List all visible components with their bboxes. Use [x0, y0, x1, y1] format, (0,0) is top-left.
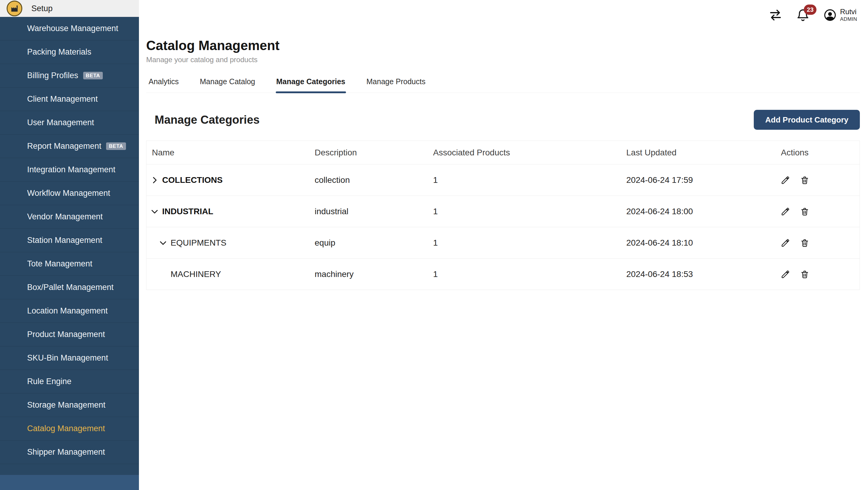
sidebar-item-packing-materials[interactable]: Packing Materials — [0, 40, 139, 64]
column-header-description: Description — [309, 148, 428, 157]
table-row-machinery: MACHINERYmachinery12024-06-24 18:53 — [147, 258, 860, 290]
add-product-category-button[interactable]: Add Product Category — [754, 110, 860, 130]
sidebar-item-vendor-management[interactable]: Vendor Management — [0, 205, 139, 229]
tab-manage-categories[interactable]: Manage Categories — [276, 73, 346, 93]
column-header-associated-products: Associated Products — [428, 148, 621, 157]
sidebar: Setup Warehouse ManagementPacking Materi… — [0, 0, 139, 490]
delete-icon[interactable] — [800, 176, 809, 185]
sidebar-item-location-management[interactable]: Location Management — [0, 299, 139, 323]
category-name-cell: EQUIPMENTS — [147, 238, 309, 248]
user-role: ADMIN — [840, 16, 857, 22]
notification-count-badge: 23 — [804, 4, 816, 15]
sidebar-item-label: Client Management — [27, 94, 98, 104]
sidebar-item-label: Product Management — [27, 330, 105, 339]
delete-icon[interactable] — [800, 207, 809, 216]
actions-cell — [775, 270, 860, 279]
actions-cell — [775, 238, 860, 248]
sidebar-item-station-management[interactable]: Station Management — [0, 229, 139, 252]
associated-products-count: 1 — [428, 238, 621, 248]
category-name: INDUSTRIAL — [162, 207, 213, 217]
sidebar-item-user-management[interactable]: User Management — [0, 111, 139, 135]
table-row-equipments: EQUIPMENTSequip12024-06-24 18:10 — [147, 227, 860, 258]
last-updated: 2024-06-24 17:59 — [621, 175, 775, 185]
sidebar-item-billing-profiles[interactable]: Billing ProfilesBETA — [0, 64, 139, 87]
tabs: AnalyticsManage CatalogManage Categories… — [146, 73, 860, 93]
tab-analytics[interactable]: Analytics — [148, 73, 179, 93]
edit-icon[interactable] — [781, 207, 790, 216]
chevron-right-icon[interactable] — [150, 176, 159, 185]
sidebar-item-catalog-management[interactable]: Catalog Management — [0, 417, 139, 440]
category-name: COLLECTIONS — [162, 175, 223, 185]
sidebar-item-integration-management[interactable]: Integration Management — [0, 158, 139, 182]
delete-icon[interactable] — [800, 238, 809, 248]
last-updated: 2024-06-24 18:53 — [621, 269, 775, 279]
edit-icon[interactable] — [781, 176, 790, 185]
table-body: COLLECTIONScollection12024-06-24 17:59IN… — [147, 164, 860, 290]
sidebar-item-label: SKU-Bin Management — [27, 353, 108, 363]
delete-icon[interactable] — [800, 270, 809, 279]
tab-manage-products[interactable]: Manage Products — [366, 73, 426, 93]
categories-table: NameDescriptionAssociated ProductsLast U… — [146, 141, 860, 290]
associated-products-count: 1 — [428, 207, 621, 217]
actions-cell — [775, 176, 860, 185]
sidebar-item-label: Vendor Management — [27, 212, 103, 222]
sidebar-nav: Warehouse ManagementPacking MaterialsBil… — [0, 17, 139, 475]
section-header-row: Manage Categories Add Product Category — [146, 110, 860, 130]
sidebar-item-label: Rule Engine — [27, 377, 71, 386]
sidebar-item-storage-management[interactable]: Storage Management — [0, 394, 139, 417]
sidebar-item-label: Station Management — [27, 236, 102, 245]
page-subtitle: Manage your catalog and products — [146, 56, 860, 64]
chevron-down-icon[interactable] — [150, 207, 159, 216]
sidebar-item-label: Integration Management — [27, 165, 116, 174]
beta-badge: BETA — [83, 72, 103, 79]
tab-manage-catalog[interactable]: Manage Catalog — [199, 73, 255, 93]
sidebar-item-label: Shipper Management — [27, 448, 105, 457]
sidebar-item-workflow-management[interactable]: Workflow Management — [0, 182, 139, 205]
sidebar-item-label: Storage Management — [27, 400, 105, 410]
user-avatar-icon — [823, 8, 837, 22]
sidebar-item-label: Report Management — [27, 142, 101, 151]
sidebar-item-product-management[interactable]: Product Management — [0, 323, 139, 346]
sidebar-item-client-management[interactable]: Client Management — [0, 87, 139, 111]
switch-warehouse-icon[interactable] — [768, 8, 783, 22]
sidebar-item-label: Tote Management — [27, 259, 92, 268]
sidebar-footer — [0, 475, 139, 490]
edit-icon[interactable] — [781, 270, 790, 279]
sidebar-item-label: User Management — [27, 118, 94, 127]
sidebar-setup-header[interactable]: Setup — [0, 0, 139, 17]
category-description: machinery — [309, 269, 428, 279]
notifications-bell-icon[interactable]: 23 — [796, 8, 810, 22]
table-header: NameDescriptionAssociated ProductsLast U… — [147, 141, 860, 164]
category-name-cell: COLLECTIONS — [147, 175, 309, 185]
table-row-collections: COLLECTIONScollection12024-06-24 17:59 — [147, 164, 860, 196]
sidebar-item-box-pallet-management[interactable]: Box/Pallet Management — [0, 276, 139, 299]
sidebar-item-label: Packing Materials — [27, 47, 91, 57]
sidebar-item-label: Warehouse Management — [27, 24, 118, 33]
sidebar-item-warehouse-management[interactable]: Warehouse Management — [0, 17, 139, 40]
category-description: industrial — [309, 207, 428, 217]
associated-products-count: 1 — [428, 269, 621, 279]
beta-badge: BETA — [106, 142, 126, 150]
sidebar-item-label: Catalog Management — [27, 424, 105, 433]
page-title: Catalog Management — [146, 38, 860, 53]
user-name: Rutvi — [840, 7, 857, 16]
sidebar-item-rule-engine[interactable]: Rule Engine — [0, 370, 139, 394]
sidebar-item-tote-management[interactable]: Tote Management — [0, 252, 139, 276]
sidebar-item-sku-bin-management[interactable]: SKU-Bin Management — [0, 346, 139, 370]
user-menu[interactable]: Rutvi ADMIN — [823, 7, 857, 22]
category-name: MACHINERY — [170, 269, 221, 279]
associated-products-count: 1 — [428, 175, 621, 185]
topbar: 23 Rutvi ADMIN — [139, 0, 868, 30]
edit-icon[interactable] — [781, 238, 790, 248]
sidebar-item-shipper-management[interactable]: Shipper Management — [0, 440, 139, 464]
sidebar-item-report-management[interactable]: Report ManagementBETA — [0, 135, 139, 158]
content: Catalog Management Manage your catalog a… — [139, 30, 868, 490]
main-area: 23 Rutvi ADMIN Catalog Management Manage… — [139, 0, 868, 490]
sidebar-item-label: Box/Pallet Management — [27, 283, 114, 292]
user-info: Rutvi ADMIN — [840, 7, 857, 22]
chevron-down-icon[interactable] — [158, 238, 167, 248]
setup-label: Setup — [31, 4, 53, 13]
column-header-actions: Actions — [775, 148, 860, 157]
table-row-industrial: INDUSTRIALindustrial12024-06-24 18:00 — [147, 196, 860, 227]
column-header-last-updated: Last Updated — [621, 148, 775, 157]
